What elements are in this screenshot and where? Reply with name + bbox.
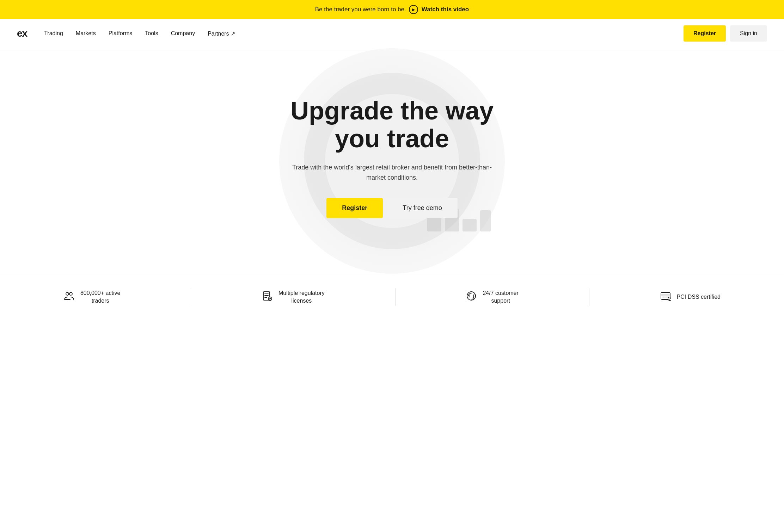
stat-pci: PCI DSS certified [660, 290, 721, 304]
nav-platforms[interactable]: Platforms [109, 30, 133, 37]
svg-point-4 [66, 292, 69, 295]
license-icon [262, 290, 273, 304]
logo[interactable]: ex [17, 29, 27, 38]
top-banner: Be the trader you were born to be. ▶ Wat… [0, 0, 784, 19]
svg-rect-13 [661, 294, 670, 296]
hero-buttons: Register Try free demo [283, 198, 501, 218]
hero-register-button[interactable]: Register [326, 198, 383, 218]
nav-partners[interactable]: Partners ↗ [208, 30, 235, 37]
banner-text: Be the trader you were born to be. [315, 6, 406, 13]
svg-point-5 [69, 292, 72, 295]
users-icon [63, 290, 75, 304]
stat-divider-1 [191, 288, 191, 306]
hero-demo-button[interactable]: Try free demo [387, 198, 457, 218]
stat-licenses-text: Multiple regulatorylicenses [278, 289, 325, 305]
stat-licenses: Multiple regulatorylicenses [262, 289, 325, 305]
hero-section: Upgrade the way you trade Trade with the… [0, 48, 784, 274]
nav-links: Trading Markets Platforms Tools Company … [44, 30, 684, 37]
nav-signin-button[interactable]: Sign in [730, 25, 767, 42]
stat-support: 24/7 customersupport [466, 289, 518, 305]
stat-pci-text: PCI DSS certified [677, 293, 721, 301]
stat-traders: 800,000+ activetraders [63, 289, 120, 305]
stats-bar: 800,000+ activetraders Multiple regulato… [0, 274, 784, 320]
nav-tools[interactable]: Tools [145, 30, 158, 37]
svg-rect-2 [463, 219, 477, 231]
stat-divider-3 [589, 288, 589, 306]
nav-register-button[interactable]: Register [684, 25, 726, 42]
play-icon: ▶ [409, 5, 418, 14]
navbar: ex Trading Markets Platforms Tools Compa… [0, 19, 784, 48]
hero-title: Upgrade the way you trade [283, 97, 501, 153]
stat-traders-text: 800,000+ activetraders [80, 289, 120, 305]
nav-markets[interactable]: Markets [76, 30, 96, 37]
stat-divider-2 [395, 288, 396, 306]
svg-point-16 [668, 297, 671, 301]
hero-content: Upgrade the way you trade Trade with the… [283, 97, 501, 218]
nav-company[interactable]: Company [171, 30, 195, 37]
stat-support-text: 24/7 customersupport [483, 289, 518, 305]
watch-video-link[interactable]: Watch this video [422, 6, 469, 13]
nav-trading[interactable]: Trading [44, 30, 63, 37]
nav-actions: Register Sign in [684, 25, 767, 42]
support-icon [466, 290, 477, 304]
hero-subtitle: Trade with the world's largest retail br… [283, 162, 501, 183]
pci-icon [660, 290, 671, 304]
